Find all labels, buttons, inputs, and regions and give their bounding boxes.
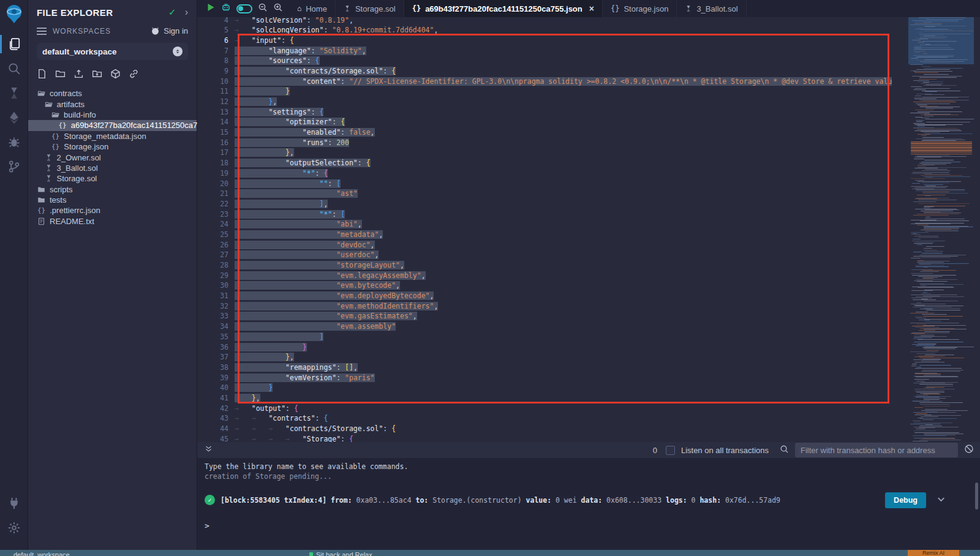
code-line[interactable]: 27→ → → → → → "userdoc", — [197, 250, 892, 260]
code-line[interactable]: 31→ → → → → → "evm.deployedBytecode", — [197, 291, 892, 301]
code-line[interactable]: 9→ → → "contracts/Storage.sol": { — [197, 66, 892, 77]
code-editor[interactable]: 4→ "solcVersion": "0.8.19",5→ "solcLongV… — [197, 17, 980, 442]
search-icon[interactable] — [780, 445, 789, 456]
new-folder-icon[interactable] — [55, 69, 66, 81]
file-explorer-icon[interactable] — [0, 32, 28, 56]
run-script-button[interactable] — [206, 2, 216, 15]
solidity-compiler-icon[interactable] — [0, 81, 28, 105]
workspace-menu-icon[interactable] — [37, 28, 47, 35]
code-line[interactable]: 14→ → → "optimizer": { — [197, 117, 892, 127]
code-line[interactable]: 32→ → → → → → "evm.methodIdentifiers", — [197, 301, 892, 312]
tree-item[interactable]: {}.prettierrc.json — [28, 205, 197, 216]
upload-folder-icon[interactable] — [92, 69, 102, 81]
code-line[interactable]: 20→ → → → → "": [ — [197, 179, 892, 189]
debug-button[interactable]: Debug — [885, 492, 926, 508]
code-line[interactable]: 17→ → → }, — [197, 148, 892, 158]
code-line[interactable]: 18→ → → "outputSelection": { — [197, 158, 892, 168]
ai-copilot-icon[interactable] — [221, 2, 231, 15]
code-line[interactable]: 28→ → → → → → "storageLayout", — [197, 260, 892, 271]
listen-checkbox[interactable] — [666, 446, 675, 455]
code-line[interactable]: 5→ "solcLongVersion": "0.8.19+commit.7dd… — [197, 25, 892, 36]
code-line[interactable]: 40→ → } — [197, 383, 892, 393]
code-line[interactable]: 12→ → }, — [197, 97, 892, 107]
statusbar-workspace[interactable]: default_workspace — [13, 551, 70, 556]
tree-item[interactable]: README.txt — [28, 216, 197, 227]
code-line[interactable]: 4→ "solcVersion": "0.8.19", — [197, 17, 892, 25]
code-line[interactable]: 7→ → "language": "Solidity", — [197, 46, 892, 56]
code-line[interactable]: 34→ → → → → → "evm.assembly" — [197, 321, 892, 332]
code-line[interactable]: 35→ → → → → ] — [197, 332, 892, 342]
collapse-terminal-icon[interactable] — [205, 445, 213, 456]
tx-filter-input[interactable] — [795, 443, 958, 457]
copilot-toggle[interactable] — [236, 4, 252, 13]
deploy-run-icon[interactable] — [0, 105, 28, 130]
code-line[interactable]: 43→ → "contracts": { — [197, 413, 892, 424]
cube-icon[interactable] — [110, 69, 121, 81]
tab-Home[interactable]: ⌂Home — [289, 0, 336, 17]
tab-Storage.json[interactable]: {}Storage.json — [603, 0, 677, 17]
tree-item[interactable]: Storage.sol — [28, 173, 197, 184]
minimap[interactable] — [908, 17, 974, 442]
code-line[interactable]: 30→ → → → → → "evm.bytecode", — [197, 280, 892, 291]
code-line[interactable]: 23→ → → → → "*": [ — [197, 209, 892, 220]
plugin-manager-icon[interactable] — [0, 491, 28, 516]
code-line[interactable]: 16→ → → → "runs": 200 — [197, 138, 892, 148]
tab-3_Ballot.sol[interactable]: 3_Ballot.sol — [677, 0, 746, 17]
code-line[interactable]: 26→ → → → → → "devdoc", — [197, 240, 892, 250]
terminal-scrollbar[interactable] — [975, 483, 978, 509]
code-line[interactable]: 44→ → → "contracts/Storage.sol": { — [197, 424, 892, 434]
upload-file-icon[interactable] — [74, 69, 84, 81]
code-line[interactable]: 6→ "input": { — [197, 36, 892, 46]
sign-in-button[interactable]: Sign in — [151, 26, 188, 36]
code-line[interactable]: 11→ → → } — [197, 86, 892, 97]
chevron-right-icon[interactable]: › — [185, 7, 188, 18]
code-line[interactable]: 38→ → → "remappings": [], — [197, 363, 892, 373]
terminal-log[interactable]: Type the library name to see available c… — [197, 458, 980, 550]
remix-logo[interactable] — [3, 4, 25, 26]
code-line[interactable]: 15→ → → → "enabled": false, — [197, 127, 892, 138]
code-line[interactable]: 19→ → → → "*": { — [197, 168, 892, 179]
tab-a69b43f277ba20fcac141151250ca755.json[interactable]: {}a69b43f277ba20fcac141151250ca755.json× — [404, 0, 603, 17]
code-line[interactable]: 42→ "output": { — [197, 404, 892, 414]
debugger-icon[interactable] — [0, 130, 28, 154]
code-line[interactable]: 25→ → → → → → "metadata", — [197, 230, 892, 240]
statusbar-ai-badge[interactable]: Remix AI — [908, 550, 959, 556]
code-line[interactable]: 22→ → → → → ], — [197, 199, 892, 209]
tree-item[interactable]: artifacts — [28, 99, 197, 109]
code-line[interactable]: 29→ → → → → → "evm.legacyAssembly", — [197, 271, 892, 281]
close-tab-icon[interactable]: × — [589, 4, 594, 13]
code-line[interactable]: 21→ → → → → → "ast" — [197, 189, 892, 199]
code-line[interactable]: 8→ → "sources": { — [197, 56, 892, 66]
settings-icon[interactable] — [0, 516, 28, 540]
tree-item[interactable]: scripts — [28, 184, 197, 195]
code-line[interactable]: 45→ → → → "Storage": { — [197, 434, 892, 442]
clear-console-icon[interactable] — [964, 444, 974, 456]
zoom-out-icon[interactable] — [258, 2, 268, 15]
code-line[interactable]: 41→ }, — [197, 393, 892, 404]
tab-Storage.sol[interactable]: Storage.sol — [336, 0, 404, 17]
code-line[interactable]: 36→ → → → } — [197, 342, 892, 353]
tree-item[interactable]: contracts — [28, 88, 197, 99]
code-line[interactable]: 13→ → "settings": { — [197, 107, 892, 118]
search-icon[interactable] — [0, 56, 28, 81]
tree-item[interactable]: 3_Ballot.sol — [28, 163, 197, 173]
tree-item[interactable]: 2_Owner.sol — [28, 152, 197, 162]
tree-item[interactable]: build-info — [28, 110, 197, 120]
zoom-in-icon[interactable] — [273, 2, 283, 15]
tree-item[interactable]: {}a69b43f277ba20fcac141151250ca7... — [28, 120, 197, 130]
terminal-prompt[interactable]: > — [205, 521, 980, 530]
workspace-dropdown-icon[interactable] — [173, 47, 183, 56]
code-line[interactable]: 33→ → → → → → "evm.gasEstimates", — [197, 311, 892, 321]
code-line[interactable]: 37→ → → }, — [197, 352, 892, 363]
tree-item[interactable]: {}Storage_metadata.json — [28, 131, 197, 141]
code-line[interactable]: 39→ → → "evmVersion": "paris" — [197, 373, 892, 383]
transaction-row[interactable]: ✓ [block:5583405 txIndex:4] from: 0xa03.… — [205, 495, 980, 505]
tree-item[interactable]: {}Storage.json — [28, 141, 197, 152]
code-line[interactable]: 10→ → → → "content": "// SPDX-License-Id… — [197, 77, 892, 87]
new-file-icon[interactable] — [37, 69, 47, 81]
code-line[interactable]: 24→ → → → → → "abi", — [197, 219, 892, 230]
workspace-select[interactable]: default_workspace — [37, 43, 188, 60]
expand-tx-icon[interactable] — [937, 495, 946, 506]
git-icon[interactable] — [0, 154, 28, 179]
tree-item[interactable]: tests — [28, 195, 197, 205]
